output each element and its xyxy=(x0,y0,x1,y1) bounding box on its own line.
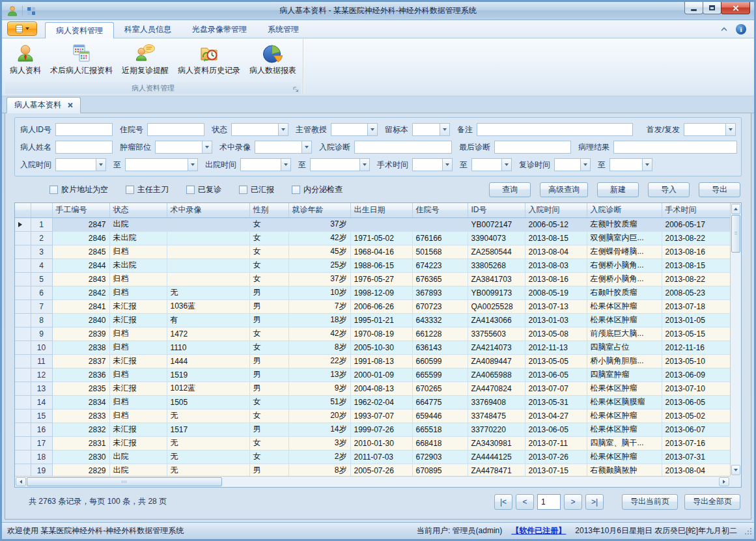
tab-disc-video-management[interactable]: 光盘录像带管理 xyxy=(182,21,257,38)
scroll-down-icon[interactable] xyxy=(731,465,740,475)
button-查询[interactable]: 查询 xyxy=(489,182,531,197)
minimize-button[interactable] xyxy=(684,2,703,14)
export-current-page-button[interactable]: 导出当前页 xyxy=(622,494,678,510)
titlebar[interactable]: 病人基本资料 - 某某医院神经外科-神经外科数据管理系统 xyxy=(2,2,754,20)
table-row[interactable]: 112837未汇报1444男22岁1991-08-13660599ZA40894… xyxy=(15,354,730,368)
maximize-button[interactable] xyxy=(703,2,721,14)
button-高级查询[interactable]: 高级查询 xyxy=(540,182,588,197)
column-header-性别[interactable]: 性别 xyxy=(249,203,288,217)
table-row[interactable]: 62842归档无男10岁1998-12-09367893YB0099173200… xyxy=(15,286,730,299)
document-tab-patient-basic-info[interactable]: 病人基本资料 xyxy=(7,97,81,113)
table-row[interactable]: 192829出院无男8岁2005-07-26670895ZA4478471201… xyxy=(15,464,730,477)
filter-dropdown-首发/复发[interactable] xyxy=(684,123,736,136)
next-page-button[interactable]: > xyxy=(564,494,582,510)
patient-report-button[interactable]: 病人数据报表 xyxy=(245,40,301,77)
dialog-launcher-icon[interactable] xyxy=(293,87,299,92)
table-row[interactable]: 182830出院无女2岁2011-07-03672903ZA4444125201… xyxy=(15,450,730,464)
patient-data-button[interactable]: 病人资料 xyxy=(5,40,46,77)
filter-dropdown-主管教授[interactable] xyxy=(331,123,378,136)
button-新建[interactable]: 新建 xyxy=(597,182,639,197)
filter-dropdown-留标本[interactable] xyxy=(412,123,450,136)
info-icon[interactable]: i xyxy=(736,24,746,35)
scroll-right-icon[interactable] xyxy=(719,477,729,486)
column-header-入院时间[interactable]: 入院时间 xyxy=(525,203,587,217)
row-indicator-cell xyxy=(15,245,31,258)
quick-access-icon[interactable] xyxy=(27,7,36,16)
checkbox-内分泌检查[interactable]: 内分泌检查 xyxy=(292,184,343,195)
scroll-left-icon[interactable] xyxy=(16,477,26,486)
filter-dropdown-复诊时间[interactable] xyxy=(554,158,591,171)
table-row[interactable]: 102838归档1110女8岁2005-10-30636143ZA4214073… xyxy=(15,340,730,354)
button-导入[interactable]: 导入 xyxy=(648,182,690,197)
column-header-术中录像[interactable]: 术中录像 xyxy=(167,203,249,217)
tab-patient-data-management[interactable]: 病人资料管理 xyxy=(45,22,114,38)
table-row[interactable]: 132835未汇报1012蓝男9岁2004-08-13670265ZA44708… xyxy=(15,381,730,395)
resize-grip-icon[interactable] xyxy=(744,527,752,537)
filter-input-最后诊断[interactable] xyxy=(494,141,571,154)
prev-page-button[interactable]: < xyxy=(516,494,534,510)
column-header-出生日期[interactable]: 出生日期 xyxy=(350,203,412,217)
column-header-就诊年龄[interactable]: 就诊年龄 xyxy=(288,203,350,217)
table-row[interactable]: 152833归档无女20岁1993-07-0765944633748475201… xyxy=(15,409,730,423)
cell-状态: 未汇报 xyxy=(109,313,167,327)
filter-input-住院号[interactable] xyxy=(147,123,204,136)
registered-link[interactable]: 【软件已注册】 xyxy=(511,525,566,536)
checkbox-胶片地址为空[interactable]: 胶片地址为空 xyxy=(49,184,108,195)
vertical-scroll-thumb[interactable] xyxy=(731,215,740,253)
table-row[interactable]: 122836归档1519男13岁2000-01-09665599ZA406598… xyxy=(15,368,730,381)
filter-dropdown-状态[interactable] xyxy=(231,123,288,136)
checkbox-主任主刀[interactable]: 主任主刀 xyxy=(126,184,169,195)
filter-input-病理结果[interactable] xyxy=(613,141,737,154)
patient-history-button[interactable]: 病人资料历史记录 xyxy=(173,40,245,77)
page-number-input[interactable] xyxy=(537,494,561,510)
collapse-ribbon-icon[interactable] xyxy=(720,27,728,32)
table-row[interactable]: 82840未汇报有男18岁1995-01-21643332ZA414306620… xyxy=(15,313,730,327)
filter-dropdown-至[interactable] xyxy=(310,158,370,171)
filter-dropdown-至[interactable] xyxy=(125,158,198,171)
filter-dropdown-入院时间[interactable] xyxy=(55,158,106,171)
tab-system-management[interactable]: 系统管理 xyxy=(257,21,309,38)
table-row[interactable]: 162832未汇报1517男14岁1999-07-266655183377022… xyxy=(15,423,730,436)
vertical-scrollbar[interactable] xyxy=(730,203,741,476)
column-header-ID号[interactable]: ID号 xyxy=(468,203,525,217)
column-header-手工编号[interactable]: 手工编号 xyxy=(52,203,109,217)
table-row[interactable]: 32845归档女45岁1968-04-16501568ZA25805442013… xyxy=(15,245,730,258)
filter-input-病人ID号[interactable] xyxy=(55,123,113,136)
table-row[interactable]: 22846未出院女42岁1971-05-02676166339040732013… xyxy=(15,231,730,245)
table-row[interactable]: 52843归档女37岁1976-05-27676365ZA38417032013… xyxy=(15,272,730,286)
filter-dropdown-至[interactable] xyxy=(609,158,652,171)
revisit-reminder-button[interactable]: 近期复诊提醒 xyxy=(117,40,173,77)
table-row[interactable]: 42844未出院女25岁1988-06-15674223338052682013… xyxy=(15,258,730,272)
column-header-状态[interactable]: 状态 xyxy=(109,203,167,217)
checkbox-已复诊[interactable]: 已复诊 xyxy=(186,184,221,195)
table-row[interactable]: 172831未汇报无女3岁2010-01-30668418ZA343098120… xyxy=(15,436,730,450)
column-header-手术时间[interactable]: 手术时间 xyxy=(662,203,730,217)
filter-dropdown-手术时间[interactable] xyxy=(412,158,453,171)
doc-tab-close-icon[interactable] xyxy=(67,102,73,108)
postop-report-button[interactable]: 术后病人汇报资料 xyxy=(46,40,117,77)
checkbox-已汇报[interactable]: 已汇报 xyxy=(239,184,274,195)
horizontal-scroll-thumb[interactable] xyxy=(27,477,222,486)
filter-input-病人姓名[interactable] xyxy=(55,141,113,154)
filter-dropdown-术中录像[interactable] xyxy=(255,141,312,154)
filter-input-备注[interactable] xyxy=(477,123,633,136)
button-导出[interactable]: 导出 xyxy=(699,182,740,197)
table-row[interactable]: 72841未汇报1036蓝男7岁2006-06-26670723QA002552… xyxy=(15,299,730,313)
horizontal-scrollbar[interactable] xyxy=(15,476,730,487)
filter-dropdown-肿瘤部位[interactable] xyxy=(155,141,212,154)
first-page-button[interactable]: |< xyxy=(494,494,512,510)
table-row[interactable]: 142834归档1505女51岁1962-02-0466477533769408… xyxy=(15,395,730,409)
app-menu-button[interactable] xyxy=(7,21,37,36)
column-header-住院号[interactable]: 住院号 xyxy=(412,203,468,217)
table-row[interactable]: 12847出院女37岁YB00721472006-05-12左额叶胶质瘤2006… xyxy=(15,217,730,231)
filter-dropdown-至[interactable] xyxy=(471,158,512,171)
filter-dropdown-出院时间[interactable] xyxy=(240,158,291,171)
filter-input-入院诊断[interactable] xyxy=(354,141,452,154)
last-page-button[interactable]: >| xyxy=(585,494,604,510)
tab-department-staff-info[interactable]: 科室人员信息 xyxy=(114,21,182,38)
column-header-入院诊断[interactable]: 入院诊断 xyxy=(587,203,662,217)
close-button[interactable] xyxy=(721,2,750,14)
scroll-up-icon[interactable] xyxy=(731,204,740,214)
table-row[interactable]: 92839归档1472女42岁1970-08-19661228337556032… xyxy=(15,327,730,340)
export-all-pages-button[interactable]: 导出全部页 xyxy=(684,494,740,510)
